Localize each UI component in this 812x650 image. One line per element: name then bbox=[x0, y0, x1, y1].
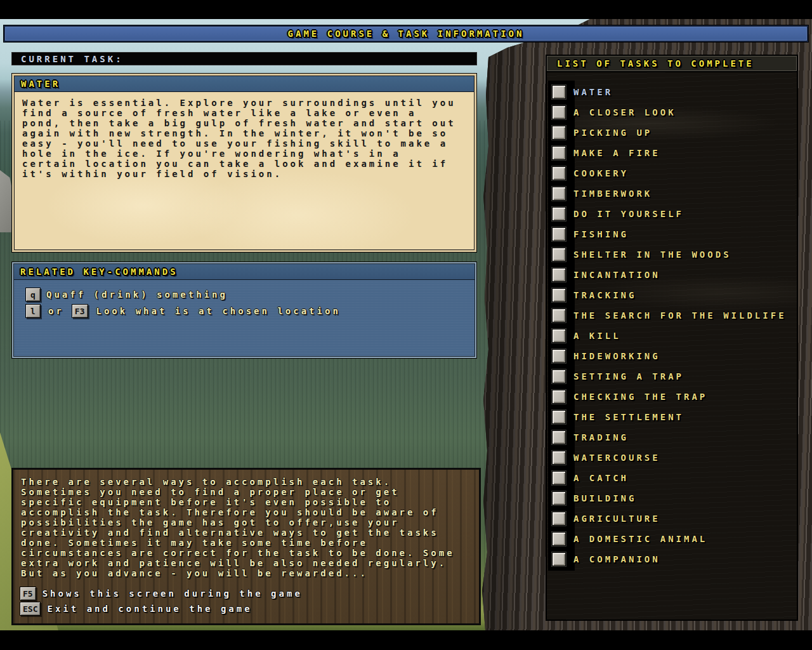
key-f5: F5 bbox=[20, 587, 36, 600]
current-task-description: Water is essential. Explore your surroun… bbox=[22, 98, 474, 179]
key-commands-title: RELATED KEY-COMMANDS bbox=[20, 267, 178, 277]
task-label: DO IT YOURSELF bbox=[573, 209, 684, 219]
task-label: A DOMESTIC ANIMAL bbox=[573, 534, 707, 544]
task-item: AGRICULTURE bbox=[547, 508, 797, 529]
task-checkbox[interactable] bbox=[552, 85, 566, 99]
key-f3: F3 bbox=[72, 304, 88, 318]
task-item: BUILDING bbox=[547, 488, 797, 508]
task-item: TIMBERWORK bbox=[547, 183, 797, 204]
task-item: PICKING UP bbox=[547, 123, 797, 143]
task-checkbox[interactable] bbox=[552, 187, 566, 201]
current-task-panel: WATER Water is essential. Explore your s… bbox=[11, 73, 477, 253]
task-item: SETTING A TRAP bbox=[547, 366, 797, 387]
task-item: A KILL bbox=[547, 326, 797, 346]
task-item: A DOMESTIC ANIMAL bbox=[547, 529, 797, 549]
task-item: MAKE A FIRE bbox=[547, 143, 797, 163]
task-item: THE SETTLEMENT bbox=[547, 407, 797, 427]
task-label: A CLOSER LOOK bbox=[573, 107, 676, 117]
current-task-name: WATER bbox=[21, 79, 60, 89]
key-command-text: Quaff (drink) something bbox=[46, 289, 228, 300]
task-label: MAKE A FIRE bbox=[573, 148, 660, 158]
task-item: COOKERY bbox=[547, 163, 797, 183]
task-checkbox[interactable] bbox=[552, 552, 566, 566]
task-item: WATERCOURSE bbox=[547, 448, 797, 468]
task-checkbox[interactable] bbox=[552, 288, 566, 302]
task-item: DO IT YOURSELF bbox=[547, 204, 797, 224]
task-label: THE SEARCH FOR THE WILDLIFE bbox=[573, 310, 787, 321]
task-checkbox[interactable] bbox=[552, 349, 566, 363]
current-task-header: WATER bbox=[15, 76, 474, 92]
task-item: FISHING bbox=[547, 224, 797, 244]
task-label: AGRICULTURE bbox=[573, 514, 660, 524]
task-checkbox[interactable] bbox=[552, 126, 566, 140]
task-checkbox[interactable] bbox=[552, 471, 566, 485]
shortcut-row: ESC Exit and continue the game bbox=[20, 601, 479, 616]
task-item: THE SEARCH FOR THE WILDLIFE bbox=[547, 305, 797, 326]
shortcut-row: F5 Shows this screen during the game bbox=[20, 586, 479, 601]
key-commands-body: q Quaff (drink) something l or F3 Look w… bbox=[14, 280, 475, 356]
task-list-header: LIST OF TASKS TO COMPLETE bbox=[547, 56, 797, 72]
task-checkbox[interactable] bbox=[552, 166, 566, 180]
task-checkbox[interactable] bbox=[552, 369, 566, 383]
shortcut-text: Exit and continue the game bbox=[47, 604, 252, 614]
current-task-label: CURRENT TASK: bbox=[21, 54, 124, 64]
task-checkbox[interactable] bbox=[552, 227, 566, 241]
task-label: WATER bbox=[573, 87, 613, 97]
task-checkbox[interactable] bbox=[552, 532, 566, 546]
task-checkbox[interactable] bbox=[552, 268, 566, 282]
task-checkbox[interactable] bbox=[552, 248, 566, 262]
info-panel: There are several ways to accomplish eac… bbox=[11, 468, 481, 625]
task-label: THE SETTLEMENT bbox=[573, 412, 684, 422]
key-command-row: l or F3 Look what is at chosen location bbox=[25, 303, 475, 319]
key-command-text: Look what is at chosen location bbox=[96, 306, 341, 316]
task-checkbox[interactable] bbox=[552, 146, 566, 160]
task-label: WATERCOURSE bbox=[573, 453, 660, 463]
task-item: SHELTER IN THE WOODS bbox=[547, 244, 797, 265]
task-checkbox[interactable] bbox=[552, 451, 566, 465]
task-checkbox[interactable] bbox=[552, 329, 566, 343]
task-checkbox[interactable] bbox=[552, 105, 566, 119]
key-command-row: q Quaff (drink) something bbox=[25, 286, 475, 303]
or-text: or bbox=[48, 306, 64, 316]
key-commands-panel: RELATED KEY-COMMANDS q Quaff (drink) som… bbox=[11, 262, 477, 359]
task-label: A COMPANION bbox=[573, 554, 660, 564]
task-label: CHECKING THE TRAP bbox=[573, 392, 707, 402]
task-item: TRADING bbox=[547, 427, 797, 448]
task-checkbox[interactable] bbox=[552, 512, 566, 526]
task-label: BUILDING bbox=[573, 493, 636, 503]
task-label: A KILL bbox=[573, 331, 621, 341]
task-label: TRADING bbox=[573, 432, 629, 442]
task-item: A CATCH bbox=[547, 468, 797, 488]
task-label: INCANTATION bbox=[573, 270, 660, 280]
task-label: TIMBERWORK bbox=[573, 189, 652, 199]
task-item: INCANTATION bbox=[547, 265, 797, 285]
game-info-screen: GAME COURSE & TASK INFORMATION CURRENT T… bbox=[0, 0, 812, 650]
task-checkbox[interactable] bbox=[552, 430, 566, 444]
task-checkbox[interactable] bbox=[552, 207, 566, 221]
current-task-body: Water is essential. Explore your surroun… bbox=[15, 92, 474, 249]
task-list: WATER A CLOSER LOOK PICKING UP MAKE A FI… bbox=[547, 82, 797, 569]
key-l: l bbox=[25, 304, 41, 318]
task-label: A CATCH bbox=[573, 473, 629, 483]
key-esc: ESC bbox=[20, 602, 41, 616]
title-bar: GAME COURSE & TASK INFORMATION bbox=[4, 25, 808, 42]
key-commands-header: RELATED KEY-COMMANDS bbox=[14, 264, 475, 280]
task-checkbox[interactable] bbox=[552, 308, 566, 322]
key-q: q bbox=[25, 288, 41, 302]
task-label: SETTING A TRAP bbox=[573, 371, 684, 381]
task-checkbox[interactable] bbox=[552, 491, 566, 505]
task-label: FISHING bbox=[573, 229, 629, 239]
task-checkbox[interactable] bbox=[552, 390, 566, 404]
task-item: HIDEWORKING bbox=[547, 346, 797, 366]
task-label: SHELTER IN THE WOODS bbox=[573, 249, 731, 260]
task-item: A COMPANION bbox=[547, 549, 797, 569]
page-title: GAME COURSE & TASK INFORMATION bbox=[288, 29, 525, 39]
task-label: PICKING UP bbox=[573, 128, 652, 138]
task-item: TRACKING bbox=[547, 285, 797, 305]
task-label: HIDEWORKING bbox=[573, 351, 660, 361]
task-checkbox[interactable] bbox=[552, 410, 566, 424]
task-list-panel: LIST OF TASKS TO COMPLETE WATER A CLOSER… bbox=[546, 55, 798, 621]
task-item: CHECKING THE TRAP bbox=[547, 387, 797, 407]
task-item: A CLOSER LOOK bbox=[547, 102, 797, 123]
task-list-title: LIST OF TASKS TO COMPLETE bbox=[557, 58, 754, 69]
